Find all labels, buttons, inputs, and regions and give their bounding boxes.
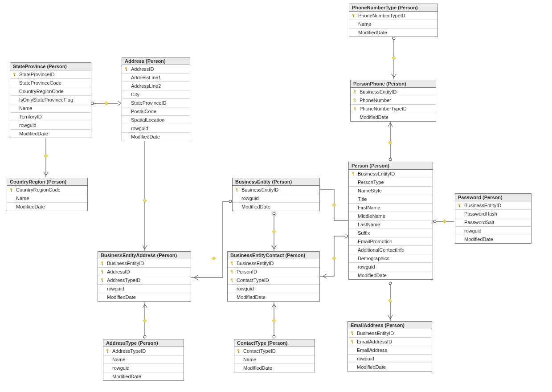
- column-row[interactable]: PasswordSalt: [455, 218, 531, 227]
- entity-businessEntity[interactable]: BusinessEntity (Person)BusinessEntityIDr…: [232, 178, 320, 211]
- column-row[interactable]: BusinessEntityID: [455, 201, 531, 210]
- primary-key-icon-slot: [350, 339, 356, 344]
- column-row[interactable]: rowguid: [122, 124, 190, 133]
- column-row[interactable]: ModifiedDate: [234, 364, 315, 372]
- column-row[interactable]: PhoneNumberTypeID: [349, 12, 438, 20]
- column-row[interactable]: Demographics: [349, 254, 433, 263]
- svg-rect-82: [232, 281, 233, 282]
- column-row[interactable]: Name: [10, 104, 91, 113]
- entity-addressType[interactable]: AddressType (Person)AddressTypeIDNamerow…: [103, 339, 184, 381]
- column-row[interactable]: ModifiedDate: [349, 271, 433, 279]
- column-name: Demographics: [357, 255, 389, 261]
- primary-key-icon-slot: [234, 188, 241, 192]
- column-row[interactable]: TerritoryID: [10, 113, 91, 121]
- column-row[interactable]: BusinessEntityID: [228, 259, 319, 268]
- column-row[interactable]: ModifiedDate: [455, 235, 531, 243]
- column-row[interactable]: BusinessEntityID: [351, 88, 436, 96]
- column-row[interactable]: IsOnlyStateProvinceFlag: [10, 96, 91, 104]
- column-row[interactable]: rowguid: [10, 121, 91, 130]
- svg-rect-38: [355, 101, 356, 102]
- column-row[interactable]: Title: [349, 195, 433, 204]
- column-row[interactable]: PersonID: [228, 268, 319, 276]
- entity-businessEntityContact[interactable]: BusinessEntityContact (Person)BusinessEn…: [227, 251, 320, 302]
- column-row[interactable]: StateProvinceID: [10, 70, 91, 79]
- primary-key-icon: [352, 172, 356, 176]
- column-row[interactable]: AddressID: [122, 65, 190, 74]
- column-row[interactable]: PostalCode: [122, 107, 190, 116]
- column-row[interactable]: ModifiedDate: [98, 293, 191, 301]
- column-row[interactable]: Name: [349, 20, 438, 29]
- column-row[interactable]: BusinessEntityID: [348, 329, 432, 338]
- entity-countryRegion[interactable]: CountryRegion (Person)CountryRegionCodeN…: [7, 178, 88, 211]
- entity-stateProvince[interactable]: StateProvince (Person)StateProvinceIDSta…: [10, 62, 91, 138]
- column-row[interactable]: rowguid: [349, 263, 433, 271]
- column-row[interactable]: rowguid: [228, 285, 319, 293]
- column-row[interactable]: PhoneNumber: [351, 96, 436, 105]
- column-row[interactable]: City: [122, 90, 190, 99]
- column-row[interactable]: BusinessEntityID: [98, 259, 191, 268]
- column-row[interactable]: AddressID: [98, 268, 191, 276]
- column-row[interactable]: BusinessEntityID: [349, 170, 433, 178]
- entity-phoneNumberType[interactable]: PhoneNumberType (Person)PhoneNumberTypeI…: [349, 4, 438, 37]
- column-row[interactable]: Suffix: [349, 229, 433, 237]
- column-row[interactable]: rowguid: [103, 364, 184, 372]
- column-row[interactable]: FirstName: [349, 204, 433, 212]
- column-row[interactable]: Name: [7, 194, 87, 203]
- column-row[interactable]: NameStyle: [349, 187, 433, 195]
- column-row[interactable]: ContactTypeID: [228, 276, 319, 285]
- entity-personPhone[interactable]: PersonPhone (Person)BusinessEntityIDPhon…: [350, 80, 436, 122]
- column-name: AdditionalContactInfo: [357, 247, 405, 253]
- column-row[interactable]: ModifiedDate: [233, 203, 319, 211]
- column-name: Name: [357, 21, 371, 27]
- column-row[interactable]: StateProvinceID: [122, 99, 190, 107]
- column-row[interactable]: BusinessEntityID: [233, 186, 319, 194]
- svg-rect-21: [353, 15, 354, 17]
- column-row[interactable]: PhoneNumberTypeID: [351, 105, 436, 113]
- column-row[interactable]: ModifiedDate: [10, 130, 91, 138]
- entity-contactType[interactable]: ContactType (Person)ContactTypeIDNameMod…: [234, 339, 315, 372]
- svg-rect-63: [102, 265, 103, 265]
- column-row[interactable]: ModifiedDate: [228, 293, 319, 301]
- column-row[interactable]: AddressLine1: [122, 74, 190, 82]
- entity-person[interactable]: Person (Person)BusinessEntityIDPersonTyp…: [348, 162, 433, 280]
- column-row[interactable]: SpatialLocation: [122, 116, 190, 124]
- entity-title: Person (Person): [349, 162, 433, 170]
- column-name: rowguid: [357, 264, 375, 270]
- column-row[interactable]: ModifiedDate: [348, 363, 432, 371]
- column-row[interactable]: EmailAddress: [348, 346, 432, 355]
- column-row[interactable]: ModifiedDate: [7, 203, 87, 211]
- column-row[interactable]: ModifiedDate: [349, 29, 438, 37]
- column-row[interactable]: PasswordHash: [455, 210, 531, 218]
- column-name: ModifiedDate: [463, 236, 493, 242]
- column-row[interactable]: rowguid: [98, 285, 191, 293]
- column-row[interactable]: ModifiedDate: [351, 113, 436, 121]
- column-row[interactable]: AdditionalContactInfo: [349, 246, 433, 254]
- column-row[interactable]: AddressTypeID: [103, 347, 184, 355]
- column-row[interactable]: AddressLine2: [122, 82, 190, 90]
- column-row[interactable]: Name: [103, 355, 184, 364]
- column-row[interactable]: ModifiedDate: [103, 372, 184, 380]
- column-row[interactable]: rowguid: [233, 194, 319, 203]
- column-row[interactable]: StateProvinceCode: [10, 79, 91, 87]
- column-row[interactable]: EmailPromotion: [349, 237, 433, 246]
- entity-address[interactable]: Address (Person)AddressIDAddressLine1Add…: [122, 57, 190, 141]
- column-row[interactable]: AddressTypeID: [98, 276, 191, 285]
- entity-businessEntityAddress[interactable]: BusinessEntityAddress (Person)BusinessEn…: [98, 251, 191, 302]
- column-row[interactable]: CountryRegionCode: [10, 87, 91, 96]
- column-row[interactable]: PersonType: [349, 178, 433, 187]
- column-row[interactable]: rowguid: [455, 227, 531, 235]
- entity-password[interactable]: Password (Person)BusinessEntityIDPasswor…: [455, 193, 532, 244]
- column-row[interactable]: rowguid: [348, 355, 432, 363]
- column-row[interactable]: CountryRegionCode: [7, 186, 87, 194]
- entity-emailAddress[interactable]: EmailAddress (Person)BusinessEntityIDEma…: [348, 321, 432, 372]
- column-row[interactable]: EmailAddressID: [348, 338, 432, 346]
- column-row[interactable]: LastName: [349, 220, 433, 229]
- primary-key-icon-slot: [9, 188, 15, 192]
- column-row[interactable]: ContactTypeID: [234, 347, 315, 355]
- column-row[interactable]: Name: [234, 355, 315, 364]
- column-name: City: [130, 91, 139, 98]
- column-row[interactable]: ModifiedDate: [122, 133, 190, 141]
- column-row[interactable]: MiddleName: [349, 212, 433, 220]
- svg-rect-91: [352, 343, 353, 343]
- svg-rect-79: [232, 273, 233, 274]
